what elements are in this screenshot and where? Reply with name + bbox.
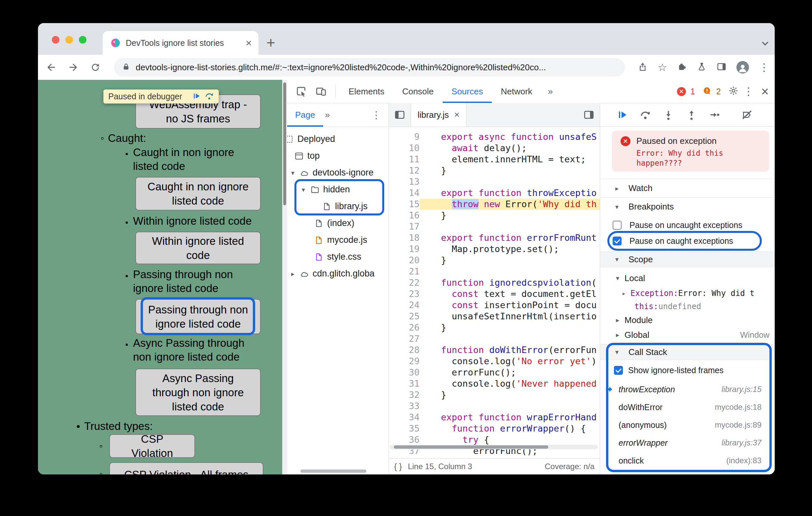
line-number[interactable]: 15	[389, 199, 419, 210]
inspect-element-icon[interactable]	[296, 86, 307, 97]
step-over-overlay-icon[interactable]	[205, 91, 214, 102]
line-number[interactable]: 28	[389, 344, 419, 356]
devtools-menu-kebab-icon[interactable]: ⋮	[743, 86, 754, 97]
tab-page[interactable]: Page	[287, 103, 323, 127]
code-line[interactable]: 18export function errorFromRunt	[389, 232, 600, 243]
browser-menu-kebab-icon[interactable]: ⋮	[759, 62, 770, 72]
device-toolbar-icon[interactable]	[316, 86, 327, 97]
reload-button[interactable]	[89, 61, 102, 74]
back-button[interactable]	[45, 61, 58, 74]
code-line[interactable]: 20}	[389, 255, 600, 266]
code-line[interactable]: 11 element.innerHTML = text;	[389, 154, 600, 165]
resume-script-icon[interactable]	[192, 92, 201, 102]
more-tabs-icon[interactable]: »	[541, 86, 560, 97]
tree-row[interactable]: Deployed	[287, 131, 388, 148]
tab-console[interactable]: Console	[393, 80, 442, 103]
call-stack-frame[interactable]: (anonymous)mycode.js:89	[600, 416, 775, 434]
code-line[interactable]: 10 await delay();	[389, 143, 600, 154]
frame-location[interactable]: mycode.js:89	[715, 420, 761, 430]
call-stack-frame[interactable]: throwExceptionlibrary.js:15	[600, 381, 775, 398]
code-line[interactable]: 35 function errorWrapper() {	[389, 423, 600, 434]
line-number[interactable]: 12	[389, 165, 419, 176]
pretty-print-icon[interactable]: { }	[394, 462, 402, 472]
frame-location[interactable]: library.js:15	[722, 385, 761, 394]
line-number[interactable]: 22	[389, 277, 419, 289]
toggle-navigator-icon[interactable]	[394, 109, 405, 120]
page-scrollbar[interactable]	[282, 80, 287, 475]
tab-search-chevron-icon[interactable]	[759, 38, 771, 49]
code-line[interactable]: 15 throw new Error('Why did th	[389, 199, 600, 210]
forward-button[interactable]	[67, 61, 80, 74]
tree-row[interactable]: top	[287, 148, 388, 164]
line-number[interactable]: 26	[389, 322, 419, 333]
code-line[interactable]: 17	[389, 221, 600, 232]
line-number[interactable]: 27	[389, 333, 419, 344]
address-input[interactable]: devtools-ignore-list-stories.glitch.me/#…	[114, 58, 625, 77]
line-number[interactable]: 29	[389, 356, 419, 367]
chevron-down-icon[interactable]: ▾	[291, 169, 300, 177]
toggle-debugger-sidebar-icon[interactable]	[583, 109, 594, 120]
code-line[interactable]: 27	[389, 333, 600, 344]
call-stack-frame[interactable]: onclick(index):83	[600, 452, 775, 469]
code-line[interactable]: 16}	[389, 210, 600, 221]
code-line[interactable]: 24 const insertionPoint = docu	[389, 300, 600, 311]
code-line[interactable]: 29 console.log('No error yet')	[389, 356, 600, 367]
navigator-menu-kebab-icon[interactable]: ⋮	[371, 109, 381, 121]
code-line[interactable]: 12}	[389, 165, 600, 176]
line-number[interactable]: 9	[389, 131, 419, 143]
minimize-window-button[interactable]	[65, 36, 73, 43]
code-line[interactable]: 13	[389, 176, 600, 187]
editor-tab-close-icon[interactable]: ×	[454, 110, 460, 119]
frame-location[interactable]: mycode.js:18	[715, 402, 761, 412]
line-number[interactable]: 32	[389, 389, 419, 400]
code-line[interactable]: 30 errorFunc();	[389, 367, 600, 378]
flask-extension-icon[interactable]	[697, 62, 707, 73]
page-scrollbar-thumb[interactable]	[283, 83, 286, 205]
tree-row[interactable]: mycode.js	[287, 232, 388, 248]
side-panel-icon[interactable]	[717, 62, 726, 73]
line-number[interactable]: 35	[389, 423, 419, 434]
code-line[interactable]: 9export async function unsafeS	[389, 131, 600, 143]
navigator-more-tabs-icon[interactable]: »	[325, 110, 330, 120]
code-line[interactable]: 19 Map.prototype.set();	[389, 243, 600, 255]
line-number[interactable]: 16	[389, 210, 419, 221]
chevron-right-icon[interactable]: ▸	[291, 270, 300, 278]
code-line[interactable]: 32}	[389, 389, 600, 400]
code-line[interactable]: 28function doWithError(errorFun	[389, 344, 600, 356]
code-line[interactable]: 22function ignoredcspviolation(	[389, 277, 600, 289]
tab-sources[interactable]: Sources	[443, 80, 492, 103]
code-line[interactable]: 34export function wrapErrorHand	[389, 412, 600, 423]
editor-hscrollbar-thumb[interactable]	[394, 446, 548, 449]
call-stack-frame[interactable]: doWithErrormycode.js:18	[600, 398, 775, 416]
frame-location[interactable]: (index):83	[726, 456, 761, 465]
new-tab-button[interactable]: +	[266, 35, 275, 50]
line-number[interactable]: 36	[389, 434, 419, 446]
settings-gear-icon[interactable]	[728, 86, 739, 97]
line-number[interactable]: 30	[389, 367, 419, 378]
code-line[interactable]: 25 unsafeSetInnerHtml(insertio	[389, 311, 600, 322]
code-line[interactable]: 31 console.log('Never happened	[389, 378, 600, 389]
line-number[interactable]: 11	[389, 154, 419, 165]
tab-close-icon[interactable]: ×	[245, 38, 252, 48]
code-line[interactable]: 36 try {	[389, 434, 600, 446]
line-number[interactable]: 18	[389, 232, 419, 243]
code-line[interactable]: 23 const text = document.getEl	[389, 289, 600, 300]
line-number[interactable]: 14	[389, 187, 419, 199]
line-number[interactable]: 25	[389, 311, 419, 322]
error-count-icon[interactable]: ✕	[677, 87, 686, 96]
line-number[interactable]: 13	[389, 176, 419, 187]
code-line[interactable]: 33	[389, 400, 600, 412]
caught-button[interactable]: Caught in non ignore listed code	[135, 177, 261, 211]
line-number[interactable]: 19	[389, 243, 419, 255]
line-number[interactable]: 24	[389, 300, 419, 311]
tree-row[interactable]: ▾devtools-ignore	[287, 164, 388, 181]
tree-row[interactable]: ▾hidden	[287, 181, 388, 198]
editor-hscrollbar[interactable]	[390, 445, 598, 449]
passing-through-button[interactable]: Passing through non ignore listed code	[135, 299, 261, 334]
zoom-window-button[interactable]	[79, 36, 86, 43]
editor-tab-libraryjs[interactable]: library.js ×	[411, 103, 466, 127]
tree-row[interactable]: library.js	[287, 198, 388, 215]
issues-icon[interactable]	[702, 86, 712, 97]
line-number[interactable]: 33	[389, 400, 419, 412]
csp-violation-all-frames-button[interactable]: CSP Violation - All frames	[109, 462, 263, 475]
